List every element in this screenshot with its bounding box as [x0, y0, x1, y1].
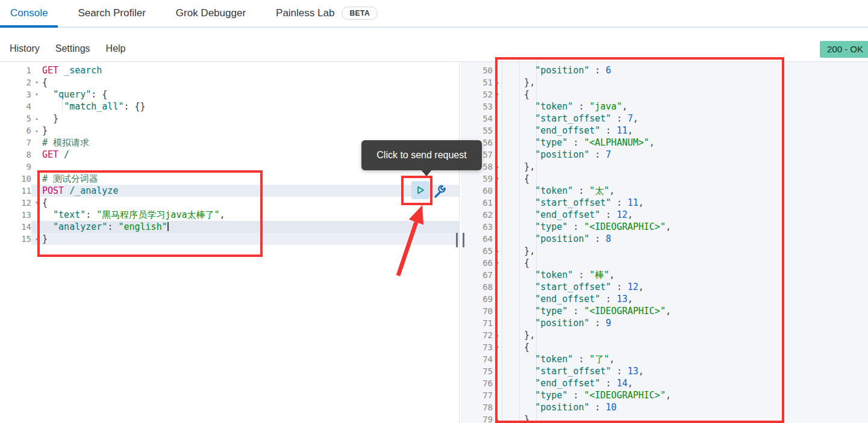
code-line-5: 5▴ } [0, 113, 459, 125]
fold-close-icon[interactable]: ▴ [493, 413, 502, 423]
fold-spacer [493, 305, 502, 317]
fold-open-icon[interactable]: ▾ [31, 197, 42, 209]
code-text: }, [502, 245, 535, 257]
code-line-4: 4 "match_all": {} [0, 100, 459, 113]
code-line-10: 10# 测试分词器 [0, 173, 459, 185]
panel-resize-handle[interactable] [456, 233, 464, 247]
code-text: "position" : 8 [502, 233, 611, 245]
line-number: 8 [0, 149, 31, 161]
code-line-63: 63 "type" : "<IDEOGRAPHIC>", [461, 221, 868, 233]
code-line-75: 75 "start_offset" : 13, [461, 365, 868, 377]
tooltip-pointer [420, 169, 432, 176]
fold-open-icon[interactable]: ▾ [31, 76, 42, 88]
line-number: 69 [461, 293, 493, 305]
console-toolbar: HistorySettingsHelp200 - OK [0, 28, 868, 62]
fold-spacer [493, 281, 502, 293]
code-line-3: 3▾ "query": { [0, 88, 459, 100]
line-number: 12 [0, 197, 31, 209]
line-number: 55 [461, 125, 493, 137]
line-number: 61 [461, 197, 493, 209]
line-number: 54 [461, 113, 493, 125]
code-line-65: 65▴ }, [461, 245, 868, 257]
fold-close-icon[interactable]: ▴ [493, 329, 502, 341]
response-viewer[interactable]: 50 "position" : 651▴ },52▾ {53 "token" :… [461, 62, 868, 423]
console-main: 1GET _search2▾{3▾ "query": {4 "match_all… [0, 62, 868, 423]
code-line-52: 52▾ { [461, 88, 868, 100]
fold-spacer [493, 209, 502, 221]
line-number: 5 [0, 113, 31, 125]
code-text: GET / [42, 149, 69, 161]
fold-spacer [31, 161, 42, 173]
code-text: { [502, 341, 529, 353]
code-line-68: 68 "start_offset" : 12, [461, 281, 868, 293]
send-request-button[interactable] [411, 181, 429, 199]
tab-label: Grok Debugger [176, 7, 246, 19]
code-text: "start_offset" : 11, [502, 197, 644, 209]
code-line-74: 74 "token" : "了", [461, 353, 868, 365]
line-number: 64 [461, 233, 493, 245]
code-text: } [42, 113, 58, 125]
fold-close-icon[interactable]: ▴ [493, 161, 502, 173]
code-line-55: 55 "end_offset" : 11, [461, 125, 868, 137]
toolbar-item-history[interactable]: History [10, 43, 40, 54]
line-number: 76 [461, 377, 493, 389]
tab-painless-lab[interactable]: Painless LabBETA [266, 0, 388, 26]
code-text: { [42, 197, 48, 209]
request-options-button[interactable] [430, 182, 448, 200]
toolbar-item-help[interactable]: Help [106, 43, 126, 54]
fold-spacer [493, 100, 502, 113]
code-line-77: 77 "type" : "<IDEOGRAPHIC>", [461, 389, 868, 401]
fold-open-icon[interactable]: ▾ [493, 257, 502, 269]
code-line-58: 58▴ }, [461, 161, 868, 173]
line-number: 6 [0, 125, 31, 137]
code-line-72: 72▴ }, [461, 329, 868, 341]
fold-open-icon[interactable]: ▾ [31, 88, 42, 100]
line-number: 9 [0, 161, 31, 173]
tab-search-profiler[interactable]: Search Profiler [67, 0, 155, 26]
code-line-6: 6▴} [0, 125, 459, 137]
code-line-69: 69 "end_offset" : 13, [461, 293, 868, 305]
line-number: 68 [461, 281, 493, 293]
code-text: } [42, 233, 48, 245]
tab-console[interactable]: Console [0, 0, 58, 26]
code-line-11: 11POST /_analyze [0, 185, 459, 197]
line-number: 63 [461, 221, 493, 233]
line-number: 67 [461, 269, 493, 281]
beta-badge: BETA [342, 7, 378, 20]
fold-spacer [493, 401, 502, 413]
code-text: { [42, 76, 48, 88]
fold-spacer [493, 221, 502, 233]
code-line-62: 62 "end_offset" : 12, [461, 209, 868, 221]
code-line-60: 60 "token" : "太", [461, 185, 868, 197]
line-number: 14 [0, 221, 31, 233]
code-text: { [502, 173, 529, 185]
code-text: "start_offset" : 12, [502, 281, 644, 293]
fold-open-icon[interactable]: ▾ [493, 88, 502, 100]
fold-spacer [493, 233, 502, 245]
tab-grok-debugger[interactable]: Grok Debugger [166, 0, 256, 26]
line-number: 1 [0, 64, 31, 76]
fold-close-icon[interactable]: ▴ [493, 76, 502, 88]
fold-close-icon[interactable]: ▴ [31, 233, 42, 245]
code-text: # 模拟请求 [42, 137, 89, 149]
fold-close-icon[interactable]: ▴ [493, 245, 502, 257]
code-line-12: 12▾{ [0, 197, 459, 209]
fold-close-icon[interactable]: ▴ [31, 125, 42, 137]
line-number: 15 [0, 233, 31, 245]
app-tab-bar: ConsoleSearch ProfilerGrok DebuggerPainl… [0, 0, 868, 28]
code-line-71: 71 "position" : 9 [461, 317, 868, 329]
fold-close-icon[interactable]: ▴ [31, 113, 42, 125]
code-text: } [502, 413, 529, 423]
request-editor[interactable]: 1GET _search2▾{3▾ "query": {4 "match_all… [0, 62, 459, 423]
line-number: 50 [461, 64, 493, 76]
code-line-56: 56 "type" : "<ALPHANUM>", [461, 137, 868, 149]
line-number: 79 [461, 413, 493, 423]
fold-spacer [493, 197, 502, 209]
fold-open-icon[interactable]: ▾ [493, 173, 502, 185]
code-line-67: 67 "token" : "棒", [461, 269, 868, 281]
toolbar-item-settings[interactable]: Settings [55, 43, 90, 54]
fold-spacer [31, 209, 42, 221]
code-text: "end_offset" : 11, [502, 125, 633, 137]
code-line-70: 70 "type" : "<IDEOGRAPHIC>", [461, 305, 868, 317]
fold-open-icon[interactable]: ▾ [493, 341, 502, 353]
